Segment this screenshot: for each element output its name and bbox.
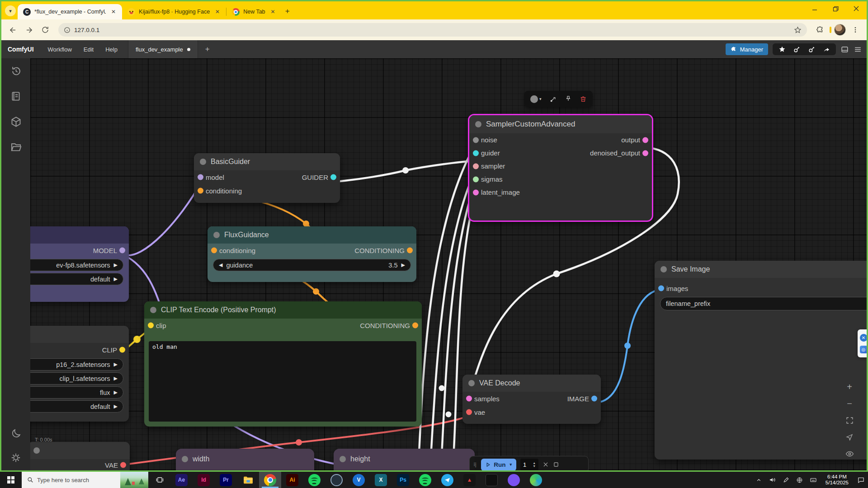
queue-count-input[interactable]: 1 ▲▼ <box>520 459 538 471</box>
toggle-link-visibility-button[interactable] <box>844 448 855 459</box>
node-basic-guider[interactable]: BasicGuider model GUIDER conditioning <box>194 153 340 203</box>
widget-unet-name[interactable]: ev-fp8.safetensors ▶ <box>30 259 123 271</box>
prompt-textarea[interactable]: old man <box>149 341 416 422</box>
run-button[interactable]: Run ▾ <box>481 459 516 471</box>
input-port[interactable] <box>473 137 479 143</box>
app-icon-chrome[interactable] <box>259 472 281 488</box>
node-flux-guidance[interactable]: FluxGuidance conditioning CONDITIONING ◀… <box>208 226 416 282</box>
widget-clip-name1[interactable]: p16_2.safetensors▶ <box>30 358 123 371</box>
fit-view-button[interactable] <box>844 415 855 426</box>
tray-expand-button[interactable] <box>754 474 764 486</box>
app-icon-spotify-2[interactable] <box>414 472 436 488</box>
node-header[interactable]: Save Image <box>655 261 867 278</box>
output-port[interactable] <box>120 462 126 468</box>
app-icon-cinema4d[interactable] <box>326 472 348 488</box>
output-port[interactable] <box>407 248 413 253</box>
start-button[interactable] <box>0 472 22 488</box>
input-port[interactable] <box>466 409 472 415</box>
select-mode-button[interactable] <box>844 432 855 442</box>
app-icon-spotify[interactable] <box>303 472 326 488</box>
app-icon-purple[interactable] <box>503 472 525 488</box>
chevron-right-icon[interactable]: ▶ <box>114 389 118 395</box>
chevron-right-icon[interactable]: ▶ <box>114 375 118 381</box>
sidebar-item-workflows[interactable] <box>9 141 22 153</box>
extensions-button[interactable] <box>813 23 827 37</box>
app-icon-telegram[interactable] <box>436 472 458 488</box>
node-header[interactable]: width <box>176 449 314 469</box>
node-color-button[interactable]: ▾ <box>530 95 542 103</box>
update-check-icon-2[interactable] <box>808 46 816 53</box>
node-width[interactable]: width <box>176 449 314 470</box>
app-icon-vegas[interactable]: V <box>348 472 370 488</box>
address-bar[interactable]: 127.0.0.1:8188 <box>58 23 807 37</box>
pin-button[interactable] <box>565 95 572 103</box>
input-port[interactable] <box>198 188 203 194</box>
network-button[interactable] <box>794 474 805 486</box>
output-port[interactable] <box>119 347 125 353</box>
chevron-right-icon[interactable]: ▶ <box>114 276 118 282</box>
bottom-panel-button[interactable] <box>840 45 849 54</box>
node-vae-loader[interactable]: VAE <box>30 442 130 470</box>
output-port[interactable] <box>591 396 597 402</box>
tab-close-icon[interactable]: ✕ <box>109 8 118 16</box>
node-vae-decode[interactable]: VAE Decode samples IMAGE vae <box>462 375 601 424</box>
touch-keyboard-button[interactable] <box>808 474 819 486</box>
action-center-button[interactable] <box>855 474 866 486</box>
tab-close-icon[interactable]: ✕ <box>269 8 277 16</box>
widget-weight-dtype[interactable]: default ▶ <box>30 273 123 285</box>
input-port[interactable] <box>473 163 479 169</box>
bookmark-star-icon[interactable] <box>794 26 802 34</box>
share-icon[interactable] <box>823 46 830 53</box>
output-port[interactable] <box>642 150 648 156</box>
widget-filename-prefix[interactable]: filename_prefix <box>660 297 867 310</box>
node-height[interactable]: height <box>334 449 475 470</box>
input-port[interactable] <box>211 248 217 253</box>
app-icon-photoshop[interactable]: Ps <box>392 472 414 488</box>
input-port[interactable] <box>148 323 154 328</box>
extension-close-icon[interactable]: ✕ <box>860 334 867 342</box>
reload-button[interactable] <box>38 23 52 37</box>
tab-search-button[interactable]: ▾ <box>5 5 16 16</box>
app-icon-x[interactable]: X <box>370 472 392 488</box>
input-port[interactable] <box>473 176 479 182</box>
widget-type[interactable]: flux▶ <box>30 386 123 399</box>
node-clip-text-encode[interactable]: CLIP Text Encode (Positive Prompt) clip … <box>144 301 422 427</box>
manager-button[interactable]: Manager <box>726 43 768 55</box>
chevron-right-icon[interactable]: ▶ <box>114 404 118 409</box>
input-port[interactable] <box>473 150 479 156</box>
stepper[interactable]: ▲▼ <box>533 461 536 468</box>
hamburger-menu-button[interactable] <box>854 45 862 54</box>
drag-handle[interactable]: ⢿ <box>473 462 477 467</box>
node-dualclip-loader[interactable]: CLIP p16_2.safetensors▶ clip_l.safetenso… <box>30 326 129 422</box>
chevron-right-icon[interactable]: ▶ <box>114 361 118 367</box>
app-icon-illustrator[interactable]: Ai <box>281 472 303 488</box>
app-icon-swirl[interactable] <box>525 472 547 488</box>
output-port[interactable] <box>330 174 336 180</box>
widget-clip-name2[interactable]: clip_l.safetensors▶ <box>30 372 123 385</box>
new-tab-button[interactable]: + <box>285 7 290 15</box>
input-port[interactable] <box>658 286 664 291</box>
restore-button[interactable] <box>825 1 846 16</box>
taskbar-clock[interactable]: 6:44 PM 5/14/2025 <box>821 474 853 486</box>
profile-avatar[interactable] <box>834 24 846 36</box>
app-icon-t-red[interactable]: ▲ <box>458 472 481 488</box>
node-unet-loader[interactable]: MODEL ev-fp8.safetensors ▶ default ▶ <box>30 226 129 302</box>
sidebar-item-history[interactable] <box>9 65 22 77</box>
node-canvas[interactable]: MODEL ev-fp8.safetensors ▶ default ▶ <box>30 58 867 470</box>
chevron-left-icon[interactable]: ◀ <box>219 262 222 268</box>
chevron-right-icon[interactable]: ▶ <box>401 262 405 268</box>
node-header[interactable] <box>30 226 129 244</box>
workflow-tab[interactable]: flux_dev_example <box>128 40 198 58</box>
zoom-in-button[interactable]: + <box>844 381 855 392</box>
sidebar-item-queue[interactable] <box>9 90 22 103</box>
zoom-out-button[interactable]: − <box>844 398 855 409</box>
node-header[interactable]: SamplerCustomAdvanced <box>469 115 652 133</box>
theme-toggle-button[interactable] <box>9 427 22 440</box>
app-icon-after-effects[interactable]: Ae <box>170 472 193 488</box>
output-port[interactable] <box>642 137 648 143</box>
delete-button[interactable] <box>580 95 587 103</box>
menu-item-edit[interactable]: Edit <box>78 46 99 53</box>
node-header[interactable]: FluxGuidance <box>208 226 416 244</box>
settings-button[interactable] <box>9 451 22 464</box>
chevron-right-icon[interactable]: ▶ <box>114 262 118 268</box>
